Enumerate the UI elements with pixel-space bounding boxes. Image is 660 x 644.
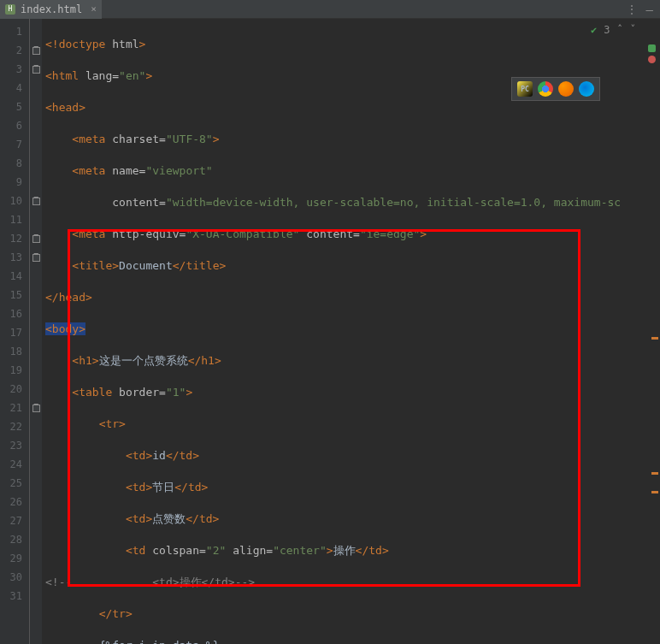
hide-icon[interactable]: — xyxy=(646,3,653,16)
check-icon: ✔ xyxy=(591,24,597,36)
fold-icon[interactable] xyxy=(30,192,42,210)
chevron-up-icon[interactable]: ˆ xyxy=(617,24,623,36)
editor-area: 1234567891011121314151617181920212223242… xyxy=(0,19,660,644)
fold-icon[interactable] xyxy=(30,399,42,417)
fold-column xyxy=(30,19,42,644)
highlight-annotation xyxy=(68,229,580,587)
chrome-icon[interactable] xyxy=(538,81,553,97)
fold-icon[interactable] xyxy=(30,60,42,79)
warning-marker[interactable] xyxy=(651,337,658,340)
warning-marker[interactable] xyxy=(651,491,658,493)
edge-icon[interactable] xyxy=(579,81,594,97)
warning-marker[interactable] xyxy=(651,472,658,475)
browser-preview-bar: PC xyxy=(511,77,600,101)
status-ok-icon xyxy=(648,44,656,52)
fold-icon[interactable] xyxy=(30,248,42,267)
inspection-widget[interactable]: ✔ 3 ˆ ˇ xyxy=(591,24,636,36)
html-file-icon: H xyxy=(5,4,15,15)
firefox-icon[interactable] xyxy=(558,81,574,97)
ide-preview-icon[interactable]: PC xyxy=(517,81,533,97)
line-number-gutter: 1234567891011121314151617181920212223242… xyxy=(0,19,30,644)
status-error-icon xyxy=(648,56,656,63)
chevron-down-icon[interactable]: ˇ xyxy=(630,24,636,36)
fold-icon[interactable] xyxy=(30,41,42,60)
fold-icon[interactable] xyxy=(30,229,42,248)
code-editor[interactable]: <!doctype html> <html lang="en"> <head> … xyxy=(42,19,660,644)
error-stripe xyxy=(646,44,657,67)
more-icon[interactable]: ⋮ xyxy=(626,3,638,16)
tab-bar: H index.html × ⋮ — xyxy=(0,0,660,19)
warning-count: 3 xyxy=(604,24,610,36)
file-tab[interactable]: H index.html × xyxy=(0,0,102,19)
tab-filename: index.html xyxy=(21,3,82,15)
close-icon[interactable]: × xyxy=(91,3,97,15)
